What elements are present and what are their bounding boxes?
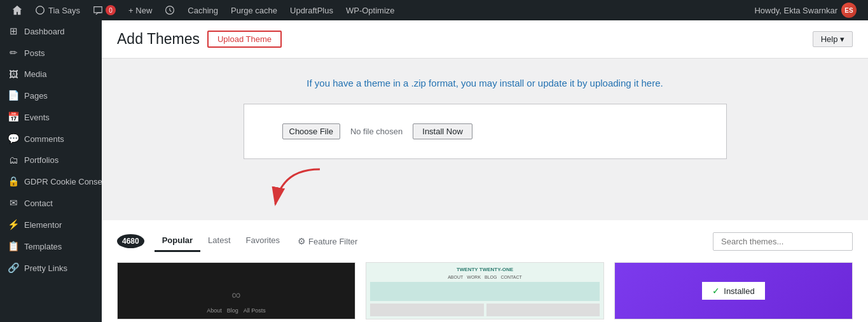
install-now-button[interactable]: Install Now <box>413 123 472 139</box>
pretty-links-icon: 🔗 <box>8 262 19 274</box>
sidebar-item-portfolios[interactable]: 🗂 Portfolios <box>0 150 102 171</box>
sidebar: ⊞ Dashboard ✏ Posts 🖼 Media 📄 Pages 📅 Ev… <box>0 20 102 322</box>
help-button[interactable]: Help ▾ <box>813 31 853 47</box>
elementor-icon: ⚡ <box>8 219 19 230</box>
feature-filter[interactable]: ⚙ Feature Filter <box>298 236 357 246</box>
upload-box: Choose File No file chosen Install Now <box>244 104 727 159</box>
themes-count: 4680 <box>117 234 144 248</box>
comments-sidebar-icon: 💬 <box>8 133 19 144</box>
purge-cache-menu[interactable]: Purge cache <box>224 0 284 20</box>
caching-menu[interactable]: Caching <box>181 0 224 20</box>
sidebar-item-pages[interactable]: 📄 Pages <box>0 85 102 106</box>
themes-tabs: 4680 Popular Latest Favorites ⚙ Feature … <box>117 230 853 252</box>
dark-theme-nav: About Blog All Posts <box>123 302 350 314</box>
sidebar-item-events[interactable]: 📅 Events <box>0 106 102 128</box>
theme-card-installed[interactable]: ✓ Installed <box>614 262 853 319</box>
dashboard-icon: ⊞ <box>8 25 19 37</box>
upload-description: If you have a theme in a .zip format, yo… <box>307 78 663 88</box>
no-file-text: No file chosen <box>350 127 403 136</box>
sidebar-item-elementor[interactable]: ⚡ Elementor <box>0 214 102 235</box>
sidebar-item-contact[interactable]: ✉ Contact <box>0 192 102 214</box>
events-icon: 📅 <box>8 111 19 123</box>
comment-count: 0 <box>106 5 116 15</box>
sidebar-item-dashboard[interactable]: ⊞ Dashboard <box>0 20 102 42</box>
sidebar-item-posts[interactable]: ✏ Posts <box>0 42 102 64</box>
site-name[interactable]: Tia Says <box>29 0 86 20</box>
wp-home-icon[interactable] <box>5 0 29 20</box>
themes-section: 4680 Popular Latest Favorites ⚙ Feature … <box>102 220 868 322</box>
contact-icon: ✉ <box>8 197 19 209</box>
check-icon: ✓ <box>712 286 720 296</box>
howdy-menu[interactable]: Howdy, Ekta Swarnkar ES <box>748 0 863 20</box>
sidebar-item-media[interactable]: 🖼 Media <box>0 64 102 85</box>
choose-file-button[interactable]: Choose File <box>282 123 340 139</box>
avatar: ES <box>841 3 857 18</box>
media-icon: 🖼 <box>8 69 19 80</box>
updraftplus-menu[interactable]: UpdraftPlus <box>284 0 340 20</box>
customize-icon[interactable] <box>158 0 181 20</box>
sidebar-label: Dashboard <box>24 27 65 36</box>
search-themes-input[interactable] <box>713 232 853 251</box>
theme-card-dark[interactable]: ∞ About Blog All Posts <box>117 262 355 319</box>
pages-icon: 📄 <box>8 90 19 101</box>
sidebar-item-templates[interactable]: 📋 Templates <box>0 235 102 257</box>
portfolios-icon: 🗂 <box>8 155 19 165</box>
annotation-arrow <box>263 163 339 214</box>
admin-bar-left: Tia Says 0 + New Caching Purge cache Upd… <box>5 0 748 20</box>
light-theme-title: TWENTY TWENTY-ONE <box>370 267 600 272</box>
tab-popular[interactable]: Popular <box>155 230 200 252</box>
sidebar-item-comments[interactable]: 💬 Comments <box>0 128 102 150</box>
theme-card-light[interactable]: TWENTY TWENTY-ONE ABOUT WORK BLOG CONTAC… <box>366 262 604 319</box>
help-container: Help ▾ <box>813 31 853 47</box>
dark-theme-logo: ∞ <box>123 288 350 302</box>
templates-icon: 📋 <box>8 241 19 252</box>
upload-theme-button[interactable]: Upload Theme <box>207 31 282 48</box>
main-layout: ⊞ Dashboard ✏ Posts 🖼 Media 📄 Pages 📅 Ev… <box>0 20 868 322</box>
comments-icon[interactable]: 0 <box>86 0 122 20</box>
installed-label: Installed <box>724 286 754 296</box>
installed-badge: ✓ Installed <box>702 282 764 300</box>
posts-icon: ✏ <box>8 47 19 59</box>
light-theme-nav: ABOUT WORK BLOG CONTACT <box>370 275 600 279</box>
wp-optimize-menu[interactable]: WP-Optimize <box>340 0 401 20</box>
sidebar-item-gdpr[interactable]: 🔒 GDPR Cookie Consent <box>0 171 102 192</box>
new-menu[interactable]: + New <box>122 0 158 20</box>
search-box <box>713 232 853 251</box>
admin-bar-right: Howdy, Ekta Swarnkar ES <box>748 0 863 20</box>
gear-icon: ⚙ <box>298 236 306 246</box>
admin-bar: Tia Says 0 + New Caching Purge cache Upd… <box>0 0 868 20</box>
content-area: Add Themes Upload Theme Help ▾ If you ha… <box>102 20 868 322</box>
gdpr-icon: 🔒 <box>8 176 19 187</box>
tab-latest[interactable]: Latest <box>200 230 238 252</box>
page-header: Add Themes Upload Theme Help ▾ <box>102 20 868 59</box>
upload-section: If you have a theme in a .zip format, yo… <box>102 59 868 220</box>
page-title: Add Themes <box>117 31 200 48</box>
tab-favorites[interactable]: Favorites <box>238 230 287 252</box>
sidebar-item-pretty-links[interactable]: 🔗 Pretty Links <box>0 257 102 279</box>
light-theme-hero <box>370 282 600 301</box>
themes-grid: ∞ About Blog All Posts TWENTY TWENTY-ONE… <box>117 262 853 319</box>
